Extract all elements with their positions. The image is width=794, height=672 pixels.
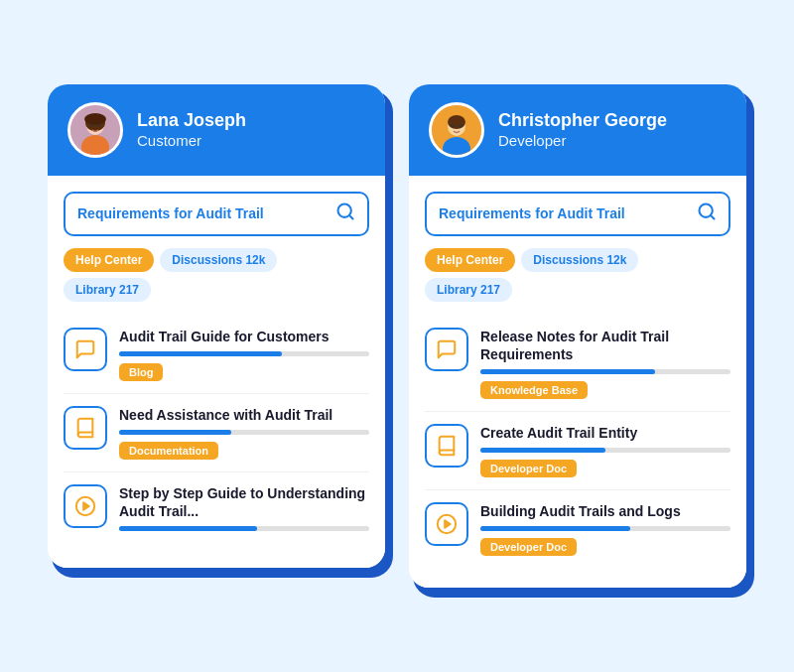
card-header-christopher: Christopher GeorgeDeveloper [409,84,746,176]
search-input[interactable] [77,205,335,221]
result-title: Step by Step Guide to Understanding Audi… [119,484,369,520]
progress-fill [119,526,257,531]
result-title: Need Assistance with Audit Trail [119,406,369,424]
result-content: Audit Trail Guide for CustomersBlog [119,328,369,381]
card-lana: Lana JosephCustomer Help CenterDiscussio… [48,84,385,569]
result-content: Building Audit Trails and LogsDeveloper … [480,502,730,556]
list-item[interactable]: Building Audit Trails and LogsDeveloper … [425,490,730,568]
result-title: Audit Trail Guide for Customers [119,328,369,345]
user-name: Christopher George [498,110,667,132]
search-icon[interactable] [335,202,355,226]
result-content: Release Notes for Audit Trail Requiremen… [480,328,730,399]
svg-point-5 [90,123,93,126]
progress-bar [119,430,369,435]
user-role: Customer [137,132,246,149]
search-bar[interactable] [425,192,730,236]
progress-fill [480,526,630,531]
search-icon[interactable] [697,202,717,226]
svg-point-4 [84,113,106,125]
progress-fill [480,369,655,374]
svg-point-16 [460,124,463,127]
tab-library-217[interactable]: Library 217 [64,278,151,302]
chat-icon [64,328,107,371]
list-item[interactable]: Create Audit Trail EntityDeveloper Doc [425,412,730,490]
result-title: Create Audit Trail Entity [480,424,730,442]
tab-library-217[interactable]: Library 217 [425,278,512,302]
main-container: Lana JosephCustomer Help CenterDiscussio… [18,45,776,628]
list-item[interactable]: Release Notes for Audit Trail Requiremen… [425,316,730,412]
user-name: Lana Joseph [137,110,246,132]
progress-bar [480,369,730,374]
avatar [67,102,123,158]
play-icon [425,502,468,546]
result-content: Step by Step Guide to Understanding Audi… [119,484,369,536]
tab-discussions-12k[interactable]: Discussions 12k [160,248,277,272]
progress-bar [480,448,730,453]
user-role: Developer [498,132,667,149]
list-item[interactable]: Need Assistance with Audit TrailDocument… [64,394,369,472]
progress-bar [119,526,369,531]
svg-line-8 [349,215,353,219]
progress-fill [119,430,231,435]
result-tag: Developer Doc [480,538,577,556]
svg-point-15 [452,124,455,127]
search-input[interactable] [439,205,697,221]
result-content: Create Audit Trail EntityDeveloper Doc [480,424,730,477]
svg-marker-20 [445,521,451,528]
card-header-lana: Lana JosephCustomer [48,84,385,176]
book-icon [64,406,107,450]
card-christopher: Christopher GeorgeDeveloper Help CenterD… [409,84,746,589]
book-icon [425,424,468,468]
play-icon [64,484,107,528]
progress-bar [119,351,369,356]
svg-line-18 [711,215,715,219]
tab-help-center[interactable]: Help Center [425,248,515,272]
chat-icon [425,328,468,371]
card-body: Help CenterDiscussions 12kLibrary 217 Re… [409,176,746,589]
progress-bar [480,526,730,531]
card-body: Help CenterDiscussions 12kLibrary 217 Au… [48,176,385,569]
list-item[interactable]: Audit Trail Guide for CustomersBlog [64,316,369,394]
progress-fill [119,351,282,356]
user-info: Christopher GeorgeDeveloper [498,110,667,149]
result-tag: Documentation [119,442,218,460]
result-title: Building Audit Trails and Logs [480,502,730,520]
result-tag: Knowledge Base [480,381,588,399]
progress-fill [480,448,605,453]
tab-discussions-12k[interactable]: Discussions 12k [521,248,638,272]
result-tag: Developer Doc [480,460,577,477]
user-info: Lana JosephCustomer [137,110,246,149]
svg-point-6 [98,123,101,126]
result-content: Need Assistance with Audit TrailDocument… [119,406,369,460]
search-bar[interactable] [64,192,369,236]
tab-help-center[interactable]: Help Center [64,248,154,272]
filter-tabs: Help CenterDiscussions 12kLibrary 217 [64,248,369,302]
result-title: Release Notes for Audit Trail Requiremen… [480,328,730,363]
svg-marker-10 [83,502,89,509]
result-tag: Blog [119,363,163,381]
list-item[interactable]: Step by Step Guide to Understanding Audi… [64,472,369,548]
filter-tabs: Help CenterDiscussions 12kLibrary 217 [425,248,730,302]
avatar [429,102,484,158]
svg-point-14 [448,115,465,129]
